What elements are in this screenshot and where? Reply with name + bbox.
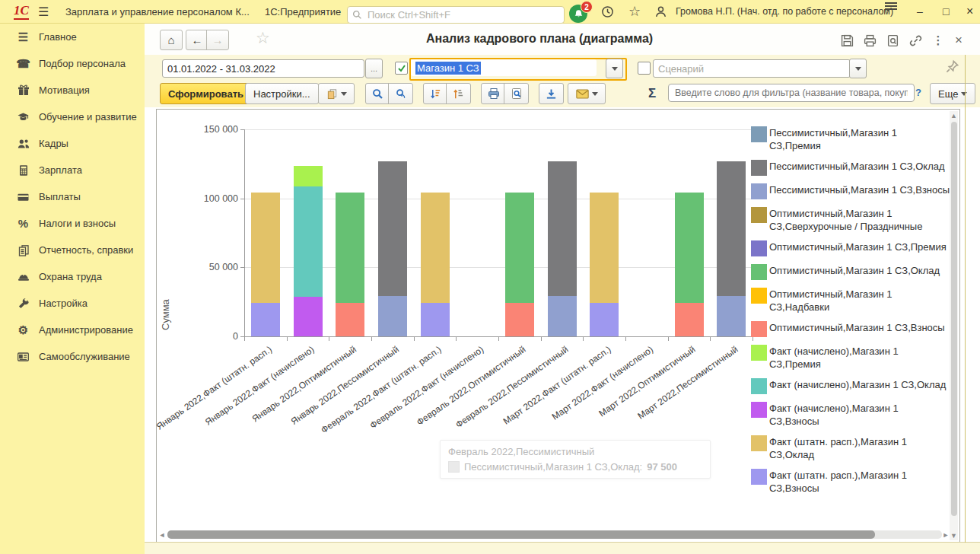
sidebar-item-podbor[interactable]: ☎Подбор персонала [0, 50, 145, 77]
global-search-input[interactable] [366, 8, 559, 21]
scroll-right-icon[interactable]: ► [942, 530, 950, 540]
bar-segment[interactable] [294, 166, 323, 186]
home-button[interactable]: ⌂ [160, 30, 183, 50]
bar-segment[interactable] [590, 193, 619, 303]
scenario-checkbox[interactable] [638, 62, 651, 75]
global-search[interactable] [347, 6, 565, 24]
report-variants-button[interactable] [318, 83, 355, 104]
bar-segment[interactable] [378, 296, 407, 336]
sidebar-item-administrirovanie[interactable]: ⚙Администрирование [0, 317, 145, 343]
quick-filter-field [668, 84, 915, 102]
sum-sigma-icon[interactable]: Σ [648, 86, 656, 101]
save-icon[interactable] [839, 33, 854, 48]
v-scroll-thumb[interactable] [951, 122, 957, 516]
legend-label: Факт (начислено),Магазин 1 СЗ,Премия [769, 345, 950, 371]
scenario-dropdown-button[interactable] [849, 59, 867, 78]
bar-segment[interactable] [251, 193, 280, 303]
store-field[interactable]: Магазин 1 СЗ [411, 59, 597, 76]
bar-segment[interactable] [675, 193, 704, 303]
h-scrollbar[interactable]: ◄ ► [158, 530, 950, 540]
store-checkbox[interactable] [395, 62, 408, 75]
x-axis-tick [244, 336, 245, 341]
sidebar-item-kadry[interactable]: Кадры [0, 130, 145, 157]
history-icon[interactable] [601, 0, 614, 23]
bar-segment[interactable] [548, 296, 577, 336]
bar-segment[interactable] [251, 303, 280, 336]
search-button[interactable] [365, 83, 390, 104]
legend-label: Факт (штатн. расп.),Магазин 1 СЗ,Взносы [769, 469, 950, 495]
maximize-button[interactable]: □ [943, 0, 949, 23]
quick-filter-input[interactable] [673, 87, 909, 99]
forward-button[interactable]: → [206, 30, 229, 50]
scroll-up-icon[interactable]: ▲ [950, 111, 958, 120]
legend-item: Пессимистичный,Магазин 1 СЗ,Взносы [751, 183, 950, 199]
bar-segment[interactable] [548, 161, 577, 296]
scenario-field[interactable]: Сценарий [653, 59, 851, 78]
sidebar-item-vyplaty[interactable]: Выплаты [0, 183, 145, 210]
service-menu-icon[interactable] [885, 0, 897, 23]
sort-desc-button[interactable] [423, 83, 448, 104]
print-icon[interactable] [862, 33, 877, 48]
bar-segment[interactable] [421, 303, 450, 336]
help-button[interactable]: ? [915, 87, 921, 98]
period-field[interactable]: 01.01.2022 - 31.03.2022 [162, 59, 364, 78]
favorites-icon[interactable]: ☆ [628, 0, 641, 23]
print-preview-button[interactable] [504, 83, 529, 104]
sidebar-item-nastroyka[interactable]: Настройка [0, 290, 145, 317]
sidebar-item-glavnoe[interactable]: ☰Главное [0, 24, 145, 50]
more-button[interactable]: Еще [930, 83, 975, 104]
bar-segment[interactable] [294, 186, 323, 297]
bar-segment[interactable] [378, 161, 407, 296]
user-icon[interactable] [654, 0, 667, 23]
sidebar-item-obuchenie[interactable]: Обучение и развитие [0, 103, 145, 130]
link-icon[interactable] [908, 33, 923, 48]
back-button[interactable]: ← [186, 30, 208, 50]
generate-button[interactable]: Сформировать [160, 83, 252, 104]
bar-segment[interactable] [590, 303, 619, 336]
minimize-button[interactable]: – [917, 0, 923, 23]
print-button[interactable] [481, 83, 506, 104]
more-dots-icon[interactable]: ⋮ [931, 33, 946, 48]
scroll-down-icon[interactable]: ▼ [950, 531, 958, 540]
close-window-button[interactable]: × [966, 0, 973, 23]
sidebar-item-otchetnost[interactable]: Отчетность, справки [0, 237, 145, 263]
people-icon [16, 137, 30, 150]
idcard-icon [16, 350, 30, 363]
x-axis-tick [710, 336, 711, 341]
close-form-icon[interactable]: × [951, 33, 966, 48]
x-axis-tick [541, 336, 542, 341]
sidebar-item-ohrana[interactable]: Охрана труда [0, 263, 145, 290]
pin-icon[interactable] [945, 59, 959, 76]
v-scrollbar[interactable]: ▲ ▼ [950, 111, 958, 540]
bar-segment[interactable] [717, 161, 746, 296]
favorite-star-icon[interactable]: ☆ [256, 29, 270, 47]
main-menu-icon[interactable]: ☰ [38, 0, 49, 23]
bar-segment[interactable] [717, 296, 746, 336]
scenario-placeholder: Сценарий [658, 63, 704, 75]
sidebar-item-nalogi[interactable]: %Налоги и взносы [0, 210, 145, 237]
bar-segment[interactable] [336, 193, 364, 303]
store-dropdown-button[interactable] [606, 59, 623, 78]
sort-asc-button[interactable] [446, 83, 471, 104]
sidebar-item-samoobsluzhivanie[interactable]: Самообслуживание [0, 343, 145, 370]
bar-segment[interactable] [421, 193, 450, 303]
sidebar-item-motivacia[interactable]: Мотивация [0, 77, 145, 103]
bar-segment[interactable] [505, 303, 534, 336]
bar-segment[interactable] [336, 303, 364, 336]
export-button[interactable] [539, 83, 564, 104]
bar-segment[interactable] [675, 303, 704, 336]
current-user[interactable]: Громова Н.П. (Нач. отд. по работе с перс… [676, 0, 893, 23]
notifications-icon[interactable]: 2 [569, 5, 587, 23]
sidebar-item-zarplata[interactable]: Зарплата [0, 157, 145, 183]
scroll-left-icon[interactable]: ◄ [158, 530, 166, 540]
send-mail-button[interactable] [568, 83, 606, 104]
preview-icon[interactable] [885, 33, 900, 48]
search-next-button[interactable] [388, 83, 413, 104]
period-picker-button[interactable]: ... [365, 59, 383, 78]
bar-segment[interactable] [294, 297, 323, 336]
h-scroll-thumb[interactable] [167, 530, 875, 539]
settings-button[interactable]: Настройки... [245, 83, 319, 104]
filter-toolbar-panel: 01.01.2022 - 31.03.2022 ... Магазин 1 СЗ… [145, 55, 980, 107]
sidebar-item-label: Главное [39, 31, 77, 43]
bar-segment[interactable] [505, 193, 534, 303]
